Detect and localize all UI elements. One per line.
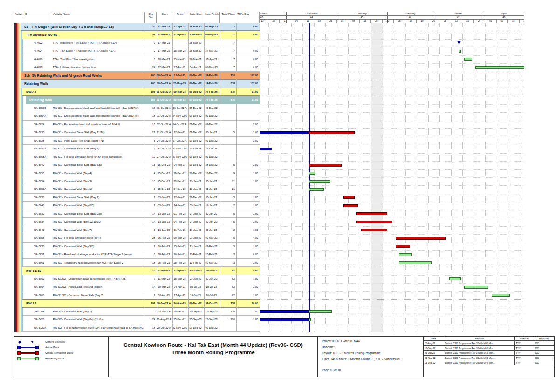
timeline-week-cell: 29	[383, 19, 394, 23]
column-divider	[145, 23, 145, 332]
revision-cell: 25-Oct-22	[424, 351, 444, 356]
legend-label: Actual Work	[45, 345, 59, 350]
task-cell-ls: 12-Jan-23	[188, 185, 203, 193]
task-name-cell: RW-S1 - Construct Wall (Bay 4)	[53, 169, 144, 177]
task-cell-tf: -5	[220, 210, 235, 218]
task-id-cell: 5A-5036	[34, 194, 52, 202]
summary-cell-od: 197	[145, 299, 155, 307]
revision-cell: Submit CSD Programme Rev 32with M40 Mon.…	[444, 341, 515, 346]
task-cell-lf: 21-Jan-23	[204, 185, 219, 193]
gantt-row-separator	[260, 275, 524, 276]
gantt-row-separator	[260, 194, 524, 194]
task-cell-od: 18	[145, 259, 155, 267]
task-cell-tf: 216	[220, 308, 235, 316]
task-cell-tr: 3.00	[236, 128, 258, 136]
timeline-month-cell: April	[484, 12, 525, 15]
revision-cell: Submit CSD Programme Rev 33with M41 Mon.…	[444, 346, 515, 351]
gantt-row-separator	[260, 31, 524, 31]
task-cell-ls: 28-Dec-22	[188, 169, 203, 177]
legend-item-ms: ◆▼Current Milestone	[17, 339, 106, 345]
timeline-row-line-2	[260, 19, 524, 20]
gantt-bar-critical	[356, 221, 392, 223]
summary-row-title: RW-S1	[26, 88, 145, 96]
task-cell-ls: 07-Jan-23	[188, 218, 203, 226]
task-cell-st: 20-Mar-23	[157, 283, 171, 291]
summary-row-title: RW-S2	[26, 299, 145, 307]
timeline-week-cell: 27	[280, 19, 291, 23]
timeline-week-cell: 09	[497, 19, 508, 23]
task-cell-st: 11-Oct-22 A	[157, 104, 171, 112]
task-cell-tf: 7	[220, 55, 235, 63]
gantt-bar-remaining	[309, 310, 332, 313]
task-cell-lf: 20-Feb-23	[204, 250, 219, 258]
task-cell-ls: 31-Jan-23	[188, 243, 203, 250]
task-cell-st: 16-Jan-23	[157, 226, 171, 234]
task-name-cell: RW-S1 - Construct Base Slab (Bay 9/8)	[53, 210, 144, 218]
legend-bar-end	[35, 357, 39, 360]
task-cell-tr: 1.00	[236, 308, 258, 316]
task-cell-od: 7	[145, 194, 155, 202]
task-cell-fn: 28-Feb-23	[172, 259, 187, 267]
task-name-cell: RW-S1 - Plate Load Test and Report (P1)	[53, 137, 144, 145]
table-row: RW-S1/S22811-Mar-2317-Apr-2323-Jun-2326-…	[14, 267, 260, 275]
task-cell-tf: -2	[220, 202, 235, 210]
revision-cell: 25-Aug-22	[424, 341, 444, 346]
task-cell-od: 4	[145, 169, 155, 177]
summary-row-title: Retaining Wall	[29, 96, 145, 104]
task-cell-od: 7	[145, 275, 155, 283]
task-cell-ls: 12-Jan-23	[188, 177, 203, 185]
task-cell-st: 05-Jan-23	[157, 202, 171, 210]
gantt-frame-right	[524, 12, 524, 332]
summary-cell-fn: 12-Jul-23	[172, 72, 187, 80]
task-cell-st: 06-Feb-23	[157, 243, 171, 250]
task-cell-tr: 2.00	[236, 121, 258, 128]
task-id-cell: 5A-5058	[34, 234, 52, 242]
task-id-cell: 5A-5034	[34, 218, 52, 226]
task-cell-ls: 11-Feb-23	[188, 259, 203, 267]
task-name-cell: RW-S1 - Erect concrete block wall and ba…	[53, 104, 144, 112]
task-cell-tr: 1.00	[236, 169, 258, 177]
column-header-label: Late Finish	[205, 13, 219, 16]
legend-bar-end	[17, 357, 21, 360]
gantt-bar-remaining	[475, 66, 524, 69]
summary-cell-ls: 09-Dec-22	[188, 96, 203, 104]
summary-cell-ls: 09-Dec-22	[188, 80, 203, 88]
task-cell-lf: 30-Jan-23	[204, 210, 219, 218]
task-cell-tf: -5	[220, 161, 235, 169]
summary-cell-fn: 20-May-23	[172, 80, 187, 88]
task-cell-st: 20-Oct-22 A	[157, 324, 171, 332]
task-id-cell: 4-4622	[34, 39, 52, 47]
task-cell-fn: 15-Dec-22	[172, 316, 187, 324]
filter-text: Filter: TASK filters: 3 Months Rolling_1…	[322, 358, 400, 361]
gantt-bar-actual	[260, 131, 309, 134]
task-cell-lf: 18-Jul-23	[204, 283, 219, 291]
task-name-cell: RW-S1 - Construct Wall (Bay 1)	[53, 185, 144, 193]
task-id-cell: 5A-5054	[34, 177, 52, 185]
table-row: 5A-5032RW-S1 - Construct Base Slab (Bay …	[14, 210, 260, 218]
legend-box: ◆▼Current MilestoneActual WorkCritical R…	[14, 336, 109, 377]
task-cell-ls: 03-Jul-23	[188, 283, 203, 291]
task-cell-ls: 13-Jan-23	[188, 226, 203, 234]
revision-header-approved: Approved	[534, 337, 554, 341]
project-info-block: Project ID: KTE-WP36_M44 Baseline: Layou…	[318, 336, 423, 377]
task-cell-fn: 16-Feb-23	[172, 250, 187, 258]
task-cell-fn: 09-Mar-23	[172, 234, 187, 242]
task-cell-tf: 82	[220, 283, 235, 291]
task-cell-st: 16-Aug-22 A	[157, 316, 171, 324]
gantt-pane: November43December44January45February46M…	[260, 12, 524, 332]
summary-cell-lf: 31-Oct-23	[204, 299, 219, 307]
timeline-week-cell: 26	[428, 19, 440, 23]
task-cell-ls: 09-Dec-22	[188, 161, 203, 169]
task-cell-od: 9	[145, 202, 155, 210]
task-id-cell: 5A-5062	[34, 275, 52, 283]
task-name-cell: RW-S1 - Construct Wall (Bay 3)	[53, 177, 144, 185]
task-cell-tr: 1.00	[236, 226, 258, 234]
revision-header-date: Date	[424, 337, 444, 341]
task-cell-st: 17-Mar-23	[157, 39, 171, 47]
table-row: RW-S110811-Oct-22 A09-Mar-2309-Dec-2224-…	[14, 88, 260, 96]
legend-label: Current Milestone	[45, 339, 65, 345]
task-cell-st: 06-Apr-23	[157, 291, 171, 299]
table-row: 5A-5028RW-S1 - Plate Load Test and Repor…	[14, 137, 260, 145]
task-name-cell: RW-S1 - Construct Wall (Bay 7)	[53, 226, 144, 234]
task-cell-od: 9	[145, 226, 155, 234]
